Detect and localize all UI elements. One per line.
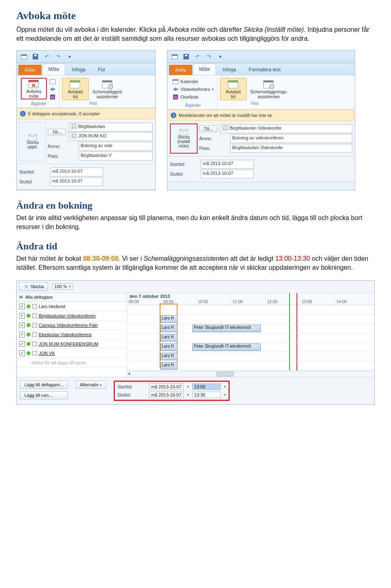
attendee-name: Birgittaskolan Videokonferen — [39, 313, 96, 318]
outlook-window-cancel: ↶ ↷ ▾ Arkiv Möte Infoga For ✕ Avboka möt… — [16, 50, 156, 190]
subject-field[interactable]: Bokning av vide — [79, 142, 153, 151]
tab-file[interactable]: Arkiv — [169, 65, 192, 75]
svg-text:N: N — [51, 95, 54, 99]
ribbon-group-actions: Åtgärder — [185, 102, 201, 108]
to-button[interactable]: Till... — [48, 129, 66, 135]
attendee-row[interactable]: ✓Campus Videokonferens Paln — [17, 321, 127, 330]
attendee-checkbox[interactable]: ✓ — [19, 313, 25, 319]
busy-block: Peter Skoglundh IT-teknikermöt — [192, 344, 261, 351]
redo-icon[interactable]: ↷ — [53, 52, 63, 61]
svg-rect-21 — [173, 79, 178, 81]
meeting-info-bar: i Meddelandet om att mötet är inställt h… — [167, 110, 355, 121]
undo-icon[interactable]: ↶ — [42, 52, 52, 61]
attendee-name: Campus Videokonferens Paln — [39, 323, 98, 328]
start-label: Starttid: — [19, 170, 48, 174]
attendee-checkbox[interactable]: ✓ — [19, 322, 25, 328]
save-icon[interactable] — [181, 52, 191, 61]
tab-insert[interactable]: Infoga — [216, 64, 242, 75]
timeline-row: Lars HPeter Skoglundh IT-teknikermöt — [127, 343, 374, 352]
attendee-row[interactable]: ✓Birgittaskolan Videokonferen — [17, 311, 127, 321]
attendee-checkbox[interactable]: ✓ — [19, 304, 25, 309]
onenote-link[interactable]: NOneNote — [171, 93, 215, 101]
status-icon — [26, 333, 31, 337]
outlook-window-send-cancel: ↶ ↷ ▾ Arkiv Möte Infoga Formatera text K… — [167, 50, 355, 190]
tab-meeting[interactable]: Möte — [193, 64, 216, 75]
to-field[interactable]: ☐ Birgittaskolan Videokonfer — [220, 124, 352, 133]
attendee-row[interactable]: ✓Ekeskolan Videokonferens — [17, 330, 127, 339]
end-field[interactable]: må 2013-10-07 — [201, 170, 254, 178]
tab-format[interactable]: Formatera text — [243, 64, 287, 75]
calendar-link[interactable]: Kalender — [171, 78, 215, 85]
add-attendee-placeholder[interactable]: Klicka för att lägga till namn — [17, 358, 127, 368]
scheduling-assistant-button[interactable]: Schemaläggnir assistenter — [90, 78, 124, 100]
attendee-checkbox[interactable]: ✓ — [19, 332, 25, 337]
attendee-row[interactable]: ✓JON VK — [17, 349, 127, 358]
attendee-row[interactable]: ✓Lars Hedlund — [17, 302, 127, 311]
svg-rect-13 — [102, 81, 112, 83]
timeline-row-all — [127, 305, 374, 315]
attendee-row[interactable]: ✓JON RUM KONFERENSRUM — [17, 339, 127, 349]
end-label: Sluttid: — [117, 392, 146, 397]
tab-file[interactable]: Arkiv — [18, 65, 42, 75]
to-button[interactable]: Till... — [199, 126, 217, 132]
attendees-header: ✉ Alla deltagare — [17, 293, 127, 302]
to-field-2[interactable]: ☐ JON RUM KO — [68, 132, 153, 141]
timeline-row: Lars H — [127, 361, 374, 371]
end-field[interactable]: må 2013-10-07 — [50, 177, 103, 186]
tab-format[interactable]: For — [92, 64, 112, 75]
options-button[interactable]: Alternativ ▾ — [75, 381, 106, 389]
h-scrollbar[interactable]: ◂ — [127, 371, 374, 377]
location-field[interactable]: Birgittaskolan Videokonfe — [230, 144, 352, 153]
cancel-meeting-button[interactable]: ✕ Avboka möte — [21, 78, 47, 99]
undo-icon[interactable]: ↶ — [193, 52, 202, 61]
to-field[interactable]: ☐ Birgittaskolan — [68, 123, 153, 132]
attendee-checkbox[interactable]: ✓ — [19, 350, 25, 356]
timeline-row: Lars HPeter Skoglundh IT-teknikermöt — [127, 324, 374, 333]
status-icon — [26, 323, 31, 327]
time-column-header: 14:00 — [335, 293, 369, 305]
attendee-name: Ekeskolan Videokonferens — [39, 332, 92, 337]
svg-rect-19 — [185, 55, 187, 56]
scheduling-assistant-button[interactable]: Schemaläggnings- assistenten — [248, 78, 290, 100]
save-icon[interactable] — [31, 52, 40, 61]
send-button[interactable]: 📧 Skicka — [19, 282, 48, 291]
start-field[interactable]: må 2013-10-07 — [50, 167, 103, 176]
busy-block: Lars H — [160, 315, 178, 323]
time-edit-highlight: Starttid: må 2013-10-07▾ 13:00▾ Sluttid:… — [114, 381, 230, 401]
end-time-field[interactable]: 13:30 — [192, 392, 221, 398]
subject-field[interactable]: Bokning av videokonferen — [230, 134, 352, 143]
send-update-button[interactable]: Skicka uppd. — [19, 122, 46, 161]
redo-icon[interactable]: ↷ — [204, 52, 214, 61]
tab-insert[interactable]: Infoga — [66, 64, 91, 75]
zoom-dropdown[interactable]: 100 % ▾ — [52, 283, 72, 290]
attendee-checkbox[interactable]: ✓ — [19, 341, 25, 347]
location-label: Plats: — [48, 154, 76, 159]
send-cancellation-button[interactable]: Skicka (inställt möte) — [170, 123, 198, 154]
svg-rect-27 — [264, 81, 273, 83]
appointment-button[interactable]: Avtalad tid — [220, 78, 247, 100]
start-date-field[interactable]: må 2013-10-07 — [149, 383, 184, 390]
resource-icon — [32, 313, 37, 318]
heading-change-time: Ändra tid — [16, 241, 375, 252]
location-label: Plats: — [199, 146, 228, 151]
appointment-button[interactable]: Avtalad tid — [62, 78, 89, 100]
status-icon — [26, 342, 31, 346]
location-field[interactable]: Birgittaskolan V — [79, 152, 153, 161]
tab-meeting[interactable]: Möte — [42, 64, 66, 75]
end-date-field[interactable]: må 2013-10-07 — [149, 392, 184, 398]
busy-block: Lars H — [160, 362, 178, 370]
ribbon-group-actions: Åtgärder — [31, 101, 46, 107]
start-field[interactable]: må 2013-10-07 — [201, 160, 254, 169]
add-attendees-button[interactable]: Lägg till deltagare... — [20, 381, 68, 389]
calendar-icon[interactable] — [48, 78, 57, 85]
qat-dropdown-icon[interactable]: ▾ — [215, 52, 225, 61]
page-title: Avboka möte — [16, 10, 375, 22]
forward-link[interactable]: Vidarebefordra ▾ — [171, 86, 215, 93]
qat-dropdown-icon[interactable]: ▾ — [65, 52, 75, 61]
attendee-name: JON VK — [39, 351, 55, 356]
add-room-button[interactable]: Lägg till rum... — [20, 391, 68, 399]
start-time-field[interactable]: 13:00 — [192, 383, 221, 390]
forward-icon[interactable] — [48, 86, 57, 93]
heading-change-booking: Ändra en bokning — [16, 200, 375, 211]
onenote-icon[interactable]: N — [48, 93, 57, 101]
